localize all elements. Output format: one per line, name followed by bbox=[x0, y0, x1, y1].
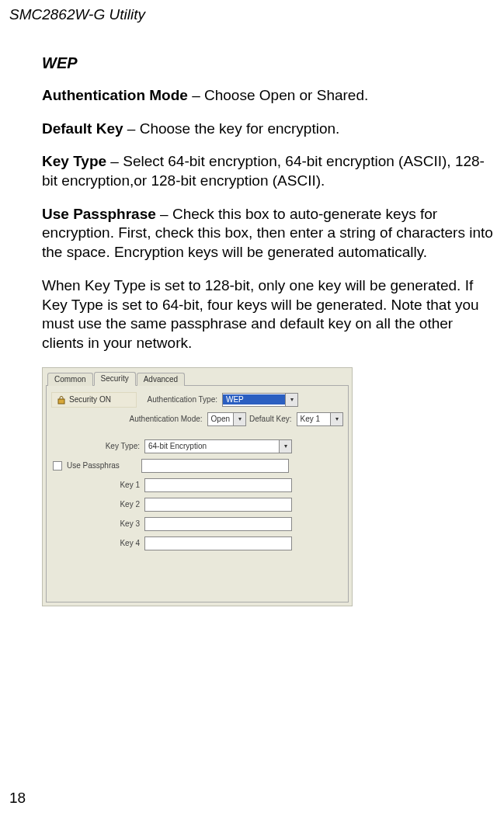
chevron-down-icon[interactable]: ▾ bbox=[285, 394, 297, 406]
key-type-select[interactable]: 64-bit Encryption ▾ bbox=[144, 439, 292, 453]
tab-bar: Common Security Advanced bbox=[43, 368, 352, 385]
key-type-label: Key Type: bbox=[51, 442, 144, 450]
key2-input[interactable] bbox=[144, 498, 292, 512]
paragraph-note: When Key Type is set to 128-bit, only on… bbox=[42, 276, 498, 353]
key3-label: Key 3 bbox=[51, 519, 144, 528]
auth-type-label: Authentication Type: bbox=[137, 395, 222, 404]
key-type-value: 64-bit Encryption bbox=[145, 442, 279, 450]
paragraph-auth-mode: Authentication Mode – Choose Open or Sha… bbox=[42, 86, 498, 106]
term-key-type: Key Type bbox=[42, 153, 106, 169]
auth-type-value: WEP bbox=[223, 394, 285, 405]
auth-mode-value: Open bbox=[208, 415, 233, 423]
term-use-passphrase: Use Passphrase bbox=[42, 206, 156, 222]
key1-label: Key 1 bbox=[51, 481, 144, 489]
tab-common[interactable]: Common bbox=[47, 373, 93, 386]
section-title-wep: WEP bbox=[42, 54, 498, 72]
default-key-value: Key 1 bbox=[297, 415, 330, 423]
default-key-select[interactable]: Key 1 ▾ bbox=[297, 412, 343, 426]
use-passphrase-label: Use Passphras bbox=[65, 461, 141, 470]
key1-input[interactable] bbox=[144, 478, 292, 492]
use-passphrase-checkbox[interactable] bbox=[53, 461, 62, 471]
chevron-down-icon[interactable]: ▾ bbox=[233, 413, 245, 425]
paragraph-use-passphrase: Use Passphrase – Check this box to auto-… bbox=[42, 205, 498, 262]
key4-input[interactable] bbox=[144, 536, 292, 550]
text-default-key: – Choose the key for encryption. bbox=[123, 120, 340, 137]
default-key-label: Default Key: bbox=[246, 415, 296, 423]
paragraph-default-key: Default Key – Choose the key for encrypt… bbox=[42, 120, 498, 139]
chevron-down-icon[interactable]: ▾ bbox=[330, 413, 342, 425]
security-on-label: Security ON bbox=[69, 395, 111, 404]
auth-mode-select[interactable]: Open ▾ bbox=[207, 412, 246, 426]
security-dialog: Common Security Advanced Security ON bbox=[42, 367, 353, 606]
auth-mode-label: Authentication Mode: bbox=[125, 415, 207, 423]
tab-advanced[interactable]: Advanced bbox=[137, 373, 185, 386]
key4-label: Key 4 bbox=[51, 539, 144, 547]
auth-type-select[interactable]: WEP ▾ bbox=[222, 393, 298, 407]
paragraph-key-type: Key Type – Select 64-bit encryption, 64-… bbox=[42, 152, 498, 190]
page-number: 18 bbox=[9, 790, 26, 807]
term-default-key: Default Key bbox=[42, 120, 123, 137]
key3-input[interactable] bbox=[144, 517, 292, 531]
text-key-type: – Select 64-bit encryption, 64-bit encry… bbox=[42, 153, 485, 189]
security-panel: Security ON Authentication Type: WEP ▾ A… bbox=[46, 385, 349, 602]
term-auth-mode: Authentication Mode bbox=[42, 87, 188, 103]
text-auth-mode: – Choose Open or Shared. bbox=[188, 87, 368, 103]
running-header: SMC2862W-G Utility bbox=[9, 6, 145, 23]
chevron-down-icon[interactable]: ▾ bbox=[279, 440, 291, 453]
passphrase-input[interactable] bbox=[141, 459, 289, 473]
tab-security[interactable]: Security bbox=[94, 372, 136, 386]
svg-rect-0 bbox=[58, 399, 64, 404]
lock-icon bbox=[55, 394, 68, 406]
key2-label: Key 2 bbox=[51, 500, 144, 509]
